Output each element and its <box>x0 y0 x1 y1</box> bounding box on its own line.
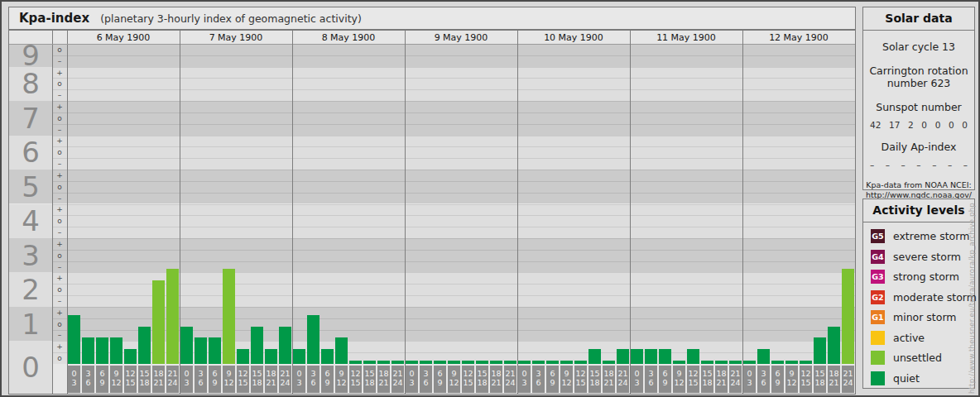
hour-label: 36 <box>645 366 657 393</box>
hour-label: 2124 <box>617 366 629 393</box>
legend-label: quiet <box>893 372 920 385</box>
hour-end-label: 18 <box>363 378 376 388</box>
kp-bar <box>546 361 559 364</box>
hour-label: 36 <box>532 366 545 393</box>
kp-bar <box>152 280 165 364</box>
hour-label: 1215 <box>349 366 362 393</box>
hour-end-label: 15 <box>124 378 137 388</box>
hour-label: 03 <box>180 366 193 393</box>
hour-start-label: 9 <box>673 369 685 379</box>
kp-bar <box>687 349 699 364</box>
hour-end-label: 21 <box>715 378 728 388</box>
hour-start-label: 15 <box>701 369 713 379</box>
hour-label: 03 <box>518 366 531 393</box>
kp-row-3o <box>52 250 855 261</box>
kp-bar <box>645 349 657 364</box>
hour-start-label: 6 <box>321 369 334 379</box>
kp-bar <box>138 327 151 364</box>
kp-bar <box>209 337 221 364</box>
hour-start-label: 9 <box>785 369 798 379</box>
hour-end-label: 24 <box>729 378 742 388</box>
kp-bar <box>617 349 629 364</box>
legend-item: quiet <box>871 371 974 385</box>
y-axis-label-4: 4 <box>9 204 52 238</box>
hour-label: 69 <box>771 366 784 393</box>
sunspot-value: 0 <box>935 120 941 130</box>
hour-label: 1821 <box>603 366 615 393</box>
hour-label: 1518 <box>476 366 488 393</box>
y-axis-sub-label-2o: o <box>52 284 67 295</box>
y-axis-sub-label-0+: + <box>52 341 67 352</box>
kp-bar <box>349 361 362 364</box>
hour-start-label: 0 <box>406 369 418 379</box>
ap-values-row: ––––––– <box>863 160 974 170</box>
hour-label: 69 <box>96 366 108 393</box>
hour-start-label: 3 <box>307 369 319 379</box>
hour-start-label: 3 <box>420 369 432 379</box>
kp-row-6+ <box>52 136 855 147</box>
hour-start-label: 15 <box>138 369 151 379</box>
date-row-border <box>9 44 855 45</box>
date-label: 6 May 1900 <box>67 31 180 44</box>
kp-bar <box>560 361 573 364</box>
hour-start-label: 21 <box>729 369 742 379</box>
hour-label: 912 <box>560 366 573 393</box>
hour-label: 69 <box>659 366 671 393</box>
y-axis-label-5: 5 <box>9 170 52 203</box>
hour-end-label: 21 <box>377 378 390 388</box>
hour-end-label: 3 <box>68 378 80 388</box>
hour-start-label: 18 <box>715 369 728 379</box>
hour-start-label: 15 <box>588 369 601 379</box>
kp-row-5- <box>52 193 855 204</box>
kp-bar <box>321 349 334 364</box>
kp-row-4- <box>52 227 855 238</box>
hour-label: 1821 <box>828 366 840 393</box>
hour-label: 2124 <box>166 366 179 393</box>
kp-bar <box>462 361 474 364</box>
hour-start-label: 21 <box>842 369 854 379</box>
legend-item: G2moderate storm <box>871 290 974 304</box>
hour-start-label: 21 <box>166 369 179 379</box>
hour-start-label: 6 <box>546 369 559 379</box>
hour-start-label: 0 <box>293 369 305 379</box>
kp-bar <box>180 327 193 364</box>
hour-end-label: 12 <box>785 378 798 388</box>
kp-bar <box>377 361 390 364</box>
hour-label: 36 <box>195 366 207 393</box>
y-axis-sub-label-1o: o <box>52 318 67 330</box>
legend-label: strong storm <box>893 270 959 283</box>
carrington-rotation-text: Carrington rotation number 623 <box>863 65 974 89</box>
hour-end-label: 24 <box>504 378 516 388</box>
sunspot-value: 2 <box>908 120 914 130</box>
kp-bar <box>490 361 502 364</box>
hour-label: 2124 <box>279 366 291 393</box>
hour-end-label: 21 <box>152 378 165 388</box>
kp-bar <box>96 337 108 364</box>
hour-label: 1518 <box>251 366 263 393</box>
kp-row-7+ <box>52 101 855 112</box>
kp-row-6o <box>52 146 855 158</box>
hour-end-label: 24 <box>842 378 854 388</box>
hour-end-label: 18 <box>138 378 151 388</box>
ap-value: – <box>901 160 906 170</box>
hour-start-label: 0 <box>631 369 643 379</box>
hour-end-label: 6 <box>757 378 770 388</box>
hour-end-label: 3 <box>743 378 756 388</box>
hour-label: 1518 <box>701 366 713 393</box>
hour-label: 1821 <box>490 366 502 393</box>
hour-start-label: 12 <box>349 369 362 379</box>
y-axis-sub-label-0o: o <box>52 352 67 364</box>
hour-end-label: 24 <box>617 378 629 388</box>
hour-start-label: 21 <box>504 369 516 379</box>
kp-bar <box>673 361 685 364</box>
y-axis-label-2: 2 <box>9 272 52 306</box>
hour-end-label: 6 <box>420 378 432 388</box>
legend-label: unsettled <box>893 352 942 364</box>
hour-end-label: 9 <box>96 378 108 388</box>
activity-levels-title: Activity levels <box>863 199 974 222</box>
y-axis-sub-label-1+: + <box>52 307 67 318</box>
hour-end-label: 18 <box>814 378 826 388</box>
y-axis-sub-label-4-: – <box>52 227 67 238</box>
hour-label: 1215 <box>800 366 812 393</box>
y-axis-sub-label-5-: – <box>52 193 67 204</box>
